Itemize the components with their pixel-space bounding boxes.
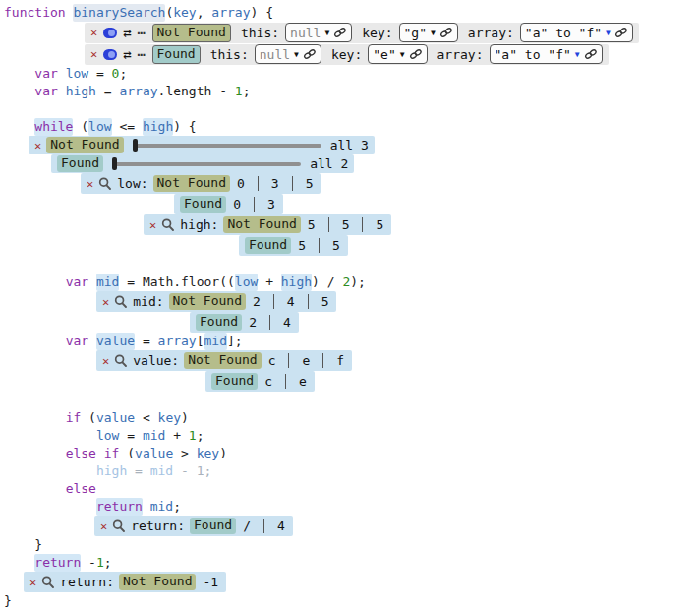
status-badge[interactable]: Not Found bbox=[169, 293, 246, 310]
value-dropdown[interactable]: null▼ bbox=[285, 23, 352, 42]
code-token: if bbox=[104, 445, 120, 462]
value-separator bbox=[292, 176, 293, 191]
code-token: ) bbox=[219, 445, 227, 462]
probe-row: ✕return:Found/4 bbox=[94, 516, 700, 536]
status-badge[interactable]: Found bbox=[196, 314, 242, 331]
value-dropdown[interactable]: "a" to "f"▼ bbox=[520, 23, 633, 42]
code-token: 2 bbox=[342, 274, 350, 291]
code-token: = bbox=[119, 427, 142, 445]
code-token: mid bbox=[150, 462, 173, 480]
code-token: = bbox=[96, 83, 119, 100]
iteration-slider[interactable] bbox=[133, 139, 321, 152]
code-token bbox=[58, 65, 66, 83]
value-separator bbox=[285, 374, 286, 389]
code-token bbox=[143, 498, 150, 516]
close-icon[interactable]: ✕ bbox=[90, 48, 97, 60]
code-line: var mid = Math.floor((low + high) / 2); bbox=[0, 274, 700, 291]
more-options-icon[interactable]: ⋯ bbox=[138, 27, 146, 39]
chain-link-icon[interactable] bbox=[303, 48, 317, 60]
more-options-icon[interactable]: ⋯ bbox=[138, 48, 146, 61]
value-dropdown[interactable]: "g"▼ bbox=[399, 23, 458, 42]
code-token: high bbox=[281, 274, 312, 291]
code-token: ]; bbox=[227, 333, 243, 350]
close-icon[interactable]: ✕ bbox=[34, 140, 41, 152]
code-line: var value = array[mid]; bbox=[0, 333, 700, 350]
close-icon[interactable]: ✕ bbox=[102, 296, 109, 308]
code-token: function bbox=[4, 4, 66, 22]
toggle-icon[interactable] bbox=[103, 28, 117, 38]
code-editor: function binarySearch(key, array) {✕⇄⋯No… bbox=[0, 0, 700, 610]
slider-thumb[interactable] bbox=[133, 139, 138, 152]
status-badge[interactable]: Found bbox=[211, 373, 258, 390]
chevron-down-icon[interactable]: ▼ bbox=[294, 50, 299, 59]
code-token: var bbox=[34, 83, 57, 100]
slider-track[interactable] bbox=[112, 162, 301, 166]
status-badge[interactable]: Found bbox=[190, 518, 236, 534]
chain-link-icon[interactable] bbox=[614, 27, 628, 38]
argument-label: array: bbox=[438, 47, 484, 62]
blank-line bbox=[0, 100, 700, 118]
code-token bbox=[88, 333, 96, 350]
code-line: var low = 0; bbox=[0, 65, 700, 83]
chevron-down-icon[interactable]: ▼ bbox=[400, 50, 405, 59]
value-dropdown[interactable]: null▼ bbox=[255, 44, 321, 64]
chain-link-icon[interactable] bbox=[409, 48, 423, 60]
slider-strip: Foundall 2 bbox=[51, 154, 354, 173]
code-token: low bbox=[88, 118, 111, 136]
probe-row: ✕high:Not Found555 bbox=[144, 214, 700, 235]
status-badge[interactable]: Found bbox=[180, 196, 226, 213]
slider-thumb[interactable] bbox=[112, 157, 117, 170]
chain-link-icon[interactable] bbox=[584, 48, 598, 60]
chain-link-icon[interactable] bbox=[439, 27, 453, 38]
code-token bbox=[96, 445, 104, 462]
code-line: else if (value > key) bbox=[0, 445, 700, 462]
status-badge[interactable]: Not Found bbox=[152, 24, 231, 42]
close-icon[interactable]: ✕ bbox=[100, 520, 107, 532]
status-badge[interactable]: Not Found bbox=[153, 175, 230, 192]
iteration-slider[interactable] bbox=[112, 157, 301, 170]
code-line: while (low <= high) { bbox=[0, 118, 700, 136]
probe-row: ✕value:Not Foundcef bbox=[96, 350, 700, 371]
argument-label: key: bbox=[362, 26, 392, 40]
status-badge[interactable]: Found bbox=[245, 237, 291, 254]
probe-strip: ✕high:Not Found555 bbox=[144, 214, 391, 235]
slider-label: all 3 bbox=[330, 138, 369, 152]
code-token: 0 bbox=[112, 65, 120, 83]
close-icon[interactable]: ✕ bbox=[149, 219, 156, 231]
code-token: var bbox=[34, 65, 57, 83]
close-icon[interactable]: ✕ bbox=[29, 577, 36, 588]
swap-arrows-icon[interactable]: ⇄ bbox=[123, 26, 131, 39]
close-icon[interactable]: ✕ bbox=[102, 355, 109, 367]
status-badge[interactable]: Not Found bbox=[119, 574, 196, 590]
chevron-down-icon[interactable]: ▼ bbox=[575, 50, 580, 59]
value-separator bbox=[308, 294, 309, 309]
chain-link-icon[interactable] bbox=[333, 27, 347, 38]
toggle-icon[interactable] bbox=[103, 49, 117, 60]
probe-value: 5 bbox=[320, 294, 331, 309]
value-dropdown[interactable]: "a" to "f"▼ bbox=[490, 44, 603, 64]
value-dropdown[interactable]: "e"▼ bbox=[368, 44, 427, 64]
chevron-down-icon[interactable]: ▼ bbox=[606, 29, 611, 37]
status-badge[interactable]: Not Found bbox=[184, 352, 261, 369]
status-badge[interactable]: Not Found bbox=[223, 216, 300, 233]
code-token: mid bbox=[150, 498, 173, 516]
value-separator bbox=[273, 294, 274, 309]
code-token: ( bbox=[73, 118, 88, 136]
slider-track[interactable] bbox=[133, 144, 321, 148]
chevron-down-icon[interactable]: ▼ bbox=[431, 29, 436, 37]
code-token: else bbox=[66, 480, 96, 498]
close-icon[interactable]: ✕ bbox=[90, 27, 97, 38]
probe-value: 3 bbox=[269, 176, 281, 191]
swap-arrows-icon[interactable]: ⇄ bbox=[123, 47, 131, 61]
value-separator bbox=[328, 217, 329, 232]
status-badge[interactable]: Not Found bbox=[46, 137, 123, 153]
argument-label: array: bbox=[468, 26, 514, 40]
value-separator bbox=[258, 176, 259, 191]
code-token: 1 bbox=[189, 427, 197, 445]
status-badge[interactable]: Found bbox=[57, 155, 103, 172]
close-icon[interactable]: ✕ bbox=[87, 178, 93, 190]
status-badge[interactable]: Found bbox=[152, 45, 201, 64]
chevron-down-icon[interactable]: ▼ bbox=[324, 29, 329, 37]
code-token: .length - bbox=[158, 83, 235, 100]
magnifier-icon bbox=[112, 519, 126, 533]
